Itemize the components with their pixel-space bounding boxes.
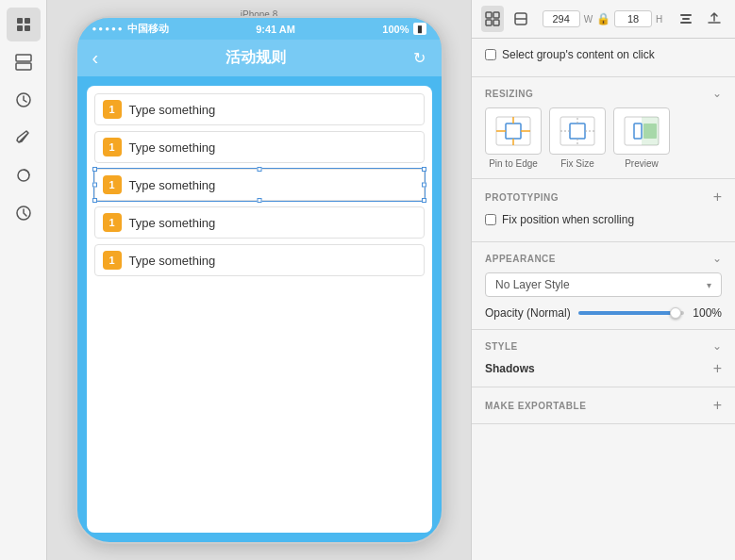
- coordinate-inputs: 294 W 🔒 18 H: [543, 10, 663, 27]
- back-button[interactable]: ‹: [92, 47, 99, 69]
- iphone-frame: ●●●●● 中国移动 9:41 AM 100% ▮ ‹ 活动规则 ↻ 1Type…: [75, 16, 443, 544]
- item-badge: 1: [103, 138, 122, 156]
- resizing-options: Pin to Edge Fix Size: [485, 107, 722, 169]
- selection-handle-tr[interactable]: [422, 167, 426, 172]
- opacity-slider[interactable]: [578, 311, 684, 315]
- prototyping-section: PROTOTYPING + Fix position when scrollin…: [472, 179, 735, 242]
- layer-style-dropdown[interactable]: No Layer Style ▾: [485, 272, 722, 297]
- item-text: Type something: [129, 178, 416, 192]
- align-icon[interactable]: [674, 6, 696, 32]
- item-badge: 1: [103, 175, 122, 194]
- arrange-icon[interactable]: [481, 6, 504, 32]
- fix-size-option[interactable]: Fix Size: [549, 107, 606, 169]
- battery-level: 100%: [382, 24, 409, 35]
- exportable-add-button[interactable]: +: [713, 397, 722, 414]
- fix-position-row: Fix position when scrolling: [485, 213, 722, 226]
- item-badge: 1: [103, 251, 122, 270]
- list-item[interactable]: 1Type something: [94, 93, 425, 125]
- preview-option[interactable]: Preview: [613, 107, 670, 169]
- style-title: STYLE: [485, 341, 518, 352]
- selection-handle-bl[interactable]: [92, 198, 97, 203]
- list-item[interactable]: 1Type something: [94, 169, 425, 201]
- canvas-area: iPhone 8 ●●●●● 中国移动 9:41 AM 100% ▮ ‹ 活动规…: [47, 0, 471, 560]
- preview-label: Preview: [625, 158, 659, 169]
- x-coordinate[interactable]: 294: [543, 10, 580, 27]
- group-checkbox[interactable]: [485, 49, 496, 60]
- color-tool[interactable]: [7, 158, 41, 192]
- resizing-toggle[interactable]: ⌄: [712, 87, 722, 100]
- selection-handle-mr[interactable]: [422, 183, 426, 188]
- pin-to-edge-option[interactable]: Pin to Edge: [485, 107, 542, 169]
- fix-size-box: [549, 107, 606, 155]
- svg-rect-11: [486, 20, 492, 25]
- opacity-label: Opacity (Normal): [485, 306, 571, 320]
- content-list: 1Type something1Type something1Type some…: [87, 86, 432, 533]
- h-label: H: [656, 14, 662, 25]
- prototyping-title: PROTOTYPING: [485, 192, 559, 203]
- grid-small-tool[interactable]: [7, 8, 41, 41]
- svg-rect-31: [643, 124, 657, 139]
- opacity-value: 100%: [692, 306, 722, 320]
- opacity-row: Opacity (Normal) 100%: [485, 306, 722, 320]
- selection-handle-bm[interactable]: [257, 198, 261, 203]
- right-panel: 294 W 🔒 18 H Select group's: [471, 0, 735, 560]
- group-checkbox-label[interactable]: Select group's content on click: [502, 48, 655, 61]
- selection-handle-tm[interactable]: [257, 167, 261, 172]
- list-item[interactable]: 1Type something: [94, 131, 425, 163]
- list-item[interactable]: 1Type something: [94, 244, 425, 276]
- exportable-row: MAKE EXPORTABLE +: [485, 397, 722, 414]
- resizing-header: RESIZING ⌄: [485, 87, 722, 100]
- item-text: Type something: [129, 254, 416, 268]
- item-text: Type something: [129, 140, 416, 155]
- symbol-icon[interactable]: [509, 6, 532, 32]
- symbol-tool[interactable]: [7, 83, 41, 117]
- appearance-title: APPEARANCE: [485, 254, 556, 264]
- resizing-title: RESIZING: [485, 89, 533, 99]
- group-section: Select group's content on click: [472, 39, 735, 77]
- y-coordinate[interactable]: 18: [614, 10, 652, 27]
- svg-rect-14: [680, 14, 692, 16]
- selection-handle-ml[interactable]: [92, 183, 97, 188]
- item-badge: 1: [103, 100, 122, 119]
- status-bar: ●●●●● 中国移动 9:41 AM 100% ▮: [77, 18, 442, 40]
- svg-rect-12: [493, 20, 499, 25]
- svg-rect-15: [682, 18, 690, 20]
- battery-icon: ▮: [413, 23, 426, 35]
- svg-rect-18: [506, 124, 521, 139]
- exportable-section: MAKE EXPORTABLE +: [472, 387, 735, 424]
- svg-rect-5: [16, 63, 31, 70]
- signal-dots: ●●●●●: [92, 25, 125, 33]
- svg-rect-9: [486, 12, 492, 18]
- shadows-add-button[interactable]: +: [713, 360, 722, 377]
- left-toolbar: [0, 0, 47, 560]
- refresh-button[interactable]: ↻: [413, 49, 426, 67]
- fix-position-label[interactable]: Fix position when scrolling: [502, 213, 634, 226]
- fix-position-checkbox[interactable]: [485, 214, 496, 225]
- svg-rect-16: [680, 22, 692, 24]
- selection-handle-tl[interactable]: [92, 167, 97, 172]
- layer-style-text: No Layer Style: [495, 278, 570, 291]
- svg-rect-24: [570, 124, 585, 139]
- clock-tool[interactable]: [7, 196, 41, 230]
- selection-handle-br[interactable]: [422, 198, 426, 203]
- svg-rect-0: [17, 18, 23, 24]
- shadows-row: Shadows +: [485, 360, 722, 377]
- export-icon[interactable]: [703, 6, 726, 32]
- grid-large-tool[interactable]: [7, 45, 41, 79]
- style-toggle[interactable]: ⌄: [712, 339, 722, 353]
- svg-rect-1: [25, 18, 30, 24]
- appearance-header: APPEARANCE ⌄: [485, 252, 722, 265]
- appearance-toggle[interactable]: ⌄: [712, 252, 722, 265]
- list-item[interactable]: 1Type something: [94, 206, 425, 239]
- svg-rect-4: [16, 55, 31, 61]
- style-section: STYLE ⌄ Shadows +: [472, 330, 735, 387]
- style-header: STYLE ⌄: [485, 339, 722, 353]
- preview-box: [613, 107, 670, 155]
- pen-tool[interactable]: [7, 121, 41, 155]
- pin-to-edge-label: Pin to Edge: [489, 158, 538, 169]
- prototyping-add-button[interactable]: +: [713, 189, 722, 206]
- shadows-label: Shadows: [485, 362, 535, 375]
- lock-icon: 🔒: [596, 12, 610, 25]
- nav-title: 活动规则: [226, 48, 286, 68]
- appearance-section: APPEARANCE ⌄ No Layer Style ▾ Opacity (N…: [472, 242, 735, 330]
